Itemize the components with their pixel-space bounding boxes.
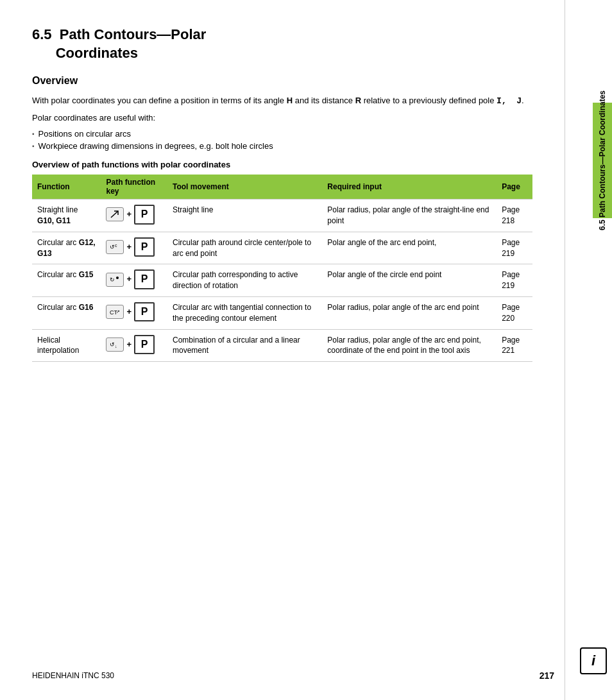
key-combo: ↺ c + P	[106, 237, 155, 257]
info-icon-box: i	[580, 647, 607, 674]
key-combo: CT ↗ + P	[106, 302, 155, 321]
arc-tangent-key: CT ↗	[106, 305, 124, 319]
cell-page: Page 219	[497, 264, 532, 297]
table-row: Circular arc G16 CT ↗ + P	[32, 296, 532, 329]
svg-text:↺: ↺	[110, 244, 115, 250]
table-row: Helical interpolation ↺ ↓ + P	[32, 329, 532, 362]
intro-paragraph-2: Polar coordinates are useful with:	[32, 112, 532, 124]
sidebar: 6.5 Path Contours—Polar Coordinates i	[565, 0, 612, 700]
key-combo: ↺ ↓ + P	[106, 335, 155, 354]
plus-sign-3: +	[126, 273, 132, 285]
svg-text:c: c	[115, 243, 117, 248]
cell-function: Straight line G10, G11	[32, 200, 101, 232]
p-key-5: P	[134, 335, 155, 354]
footer-brand: HEIDENHAIN iTNC 530	[32, 671, 114, 680]
plus-sign-5: +	[126, 339, 132, 350]
cell-movement: Circular path corresponding to active di…	[167, 264, 322, 297]
intro-paragraph-1: With polar coordinates you can define a …	[32, 94, 532, 108]
p-key-1: P	[134, 205, 155, 224]
p-key-4: P	[134, 302, 155, 321]
key-combo: + P	[106, 205, 155, 224]
svg-text:↗: ↗	[116, 309, 120, 314]
plus-sign-2: +	[126, 241, 132, 253]
section-number: 6.5	[32, 26, 52, 42]
col-header-function: Function	[32, 175, 101, 200]
plus-sign-4: +	[126, 306, 132, 318]
col-header-movement: Tool movement	[167, 175, 322, 200]
table-row: Straight line G10, G11 + P	[32, 200, 532, 232]
svg-point-4	[116, 277, 119, 279]
cell-key: CT ↗ + P	[101, 296, 167, 329]
functions-table: Function Path function key Tool movement…	[32, 175, 532, 362]
arc-ccw-small-key: ↺ ↓	[106, 337, 124, 352]
cell-key: + P	[101, 200, 167, 232]
cell-key: ↺ ↓ + P	[101, 329, 167, 362]
cell-key: ↺ c + P	[101, 232, 167, 264]
table-row: Circular arc G15 ↻ + P	[32, 264, 532, 297]
page-footer: HEIDENHAIN iTNC 530 217	[32, 670, 554, 681]
plus-sign-1: +	[126, 209, 132, 220]
svg-text:↻: ↻	[110, 277, 115, 283]
sidebar-label: 6.5 Path Contours—Polar Coordinates	[595, 85, 609, 235]
p-key-2: P	[134, 237, 155, 257]
arc-cw-dot-key: ↻	[106, 273, 124, 287]
table-row: Circular arc G12, G13 ↺ c + P	[32, 232, 532, 264]
overview-heading: Overview	[32, 75, 532, 87]
cell-input: Polar radius, polar angle of the straigh…	[322, 200, 497, 232]
svg-text:↺: ↺	[110, 341, 115, 348]
cell-function: Circular arc G16	[32, 296, 101, 329]
cell-function: Helical interpolation	[32, 329, 101, 362]
page-number: 217	[540, 670, 554, 681]
cell-page: Page 218	[497, 200, 532, 232]
p-key-3: P	[134, 269, 155, 289]
svg-text:↓: ↓	[115, 344, 117, 348]
main-content: 6.5 Path Contours—Polar Coordinates Over…	[0, 0, 565, 700]
cell-input: Polar radius, polar angle of the arc end…	[322, 329, 497, 362]
key-combo: ↻ + P	[106, 269, 155, 289]
cell-movement: Combination of a circular and a linear m…	[167, 329, 322, 362]
table-header-row: Function Path function key Tool movement…	[32, 175, 532, 200]
cell-input: Polar angle of the arc end point,	[322, 232, 497, 264]
cell-movement: Circular arc with tangential connection …	[167, 296, 322, 329]
bullet-list: Positions on circular arcs Workpiece dra…	[32, 129, 532, 151]
table-section-heading: Overview of path functions with polar co…	[32, 160, 532, 169]
cell-movement: Straight line	[167, 200, 322, 232]
cell-key: ↻ + P	[101, 264, 167, 297]
arc-ccw-key: ↺ c	[106, 240, 124, 254]
sidebar-tab: 6.5 Path Contours—Polar Coordinates	[593, 103, 612, 218]
cell-input: Polar angle of the circle end point	[322, 264, 497, 297]
bullet-item-1: Positions on circular arcs	[32, 129, 532, 139]
cell-movement: Circular path around circle center/pole …	[167, 232, 322, 264]
diagonal-arrow-key	[106, 207, 124, 221]
col-header-input: Required input	[322, 175, 497, 200]
bullet-item-2: Workpiece drawing dimensions in degrees,…	[32, 141, 532, 151]
cell-page: Page 221	[497, 329, 532, 362]
cell-function: Circular arc G12, G13	[32, 232, 101, 264]
cell-input: Polar radius, polar angle of the arc end…	[322, 296, 497, 329]
cell-page: Page 219	[497, 232, 532, 264]
svg-line-0	[111, 211, 118, 218]
col-header-page: Page	[497, 175, 532, 200]
page-title: 6.5 Path Contours—Polar Coordinates	[32, 26, 532, 62]
page-wrapper: 6.5 Path Contours—Polar Coordinates Over…	[0, 0, 612, 700]
cell-page: Page 220	[497, 296, 532, 329]
col-header-key: Path function key	[101, 175, 167, 200]
cell-function: Circular arc G15	[32, 264, 101, 297]
